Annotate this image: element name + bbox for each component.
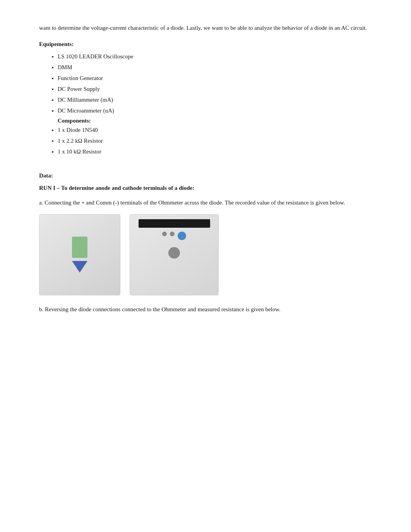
dmm-dot-blue: [178, 232, 186, 240]
diode-body-shape: [72, 237, 87, 258]
list-item: DC Microammeter (uA): [58, 106, 372, 116]
para-b: b. Reversing the diode connections conne…: [39, 305, 372, 314]
data-heading: Data:: [39, 172, 372, 179]
components-heading: Components:: [58, 118, 372, 124]
dmm-dot-1: [162, 232, 167, 236]
list-item: 1 x 2.2 kΩ Resistor: [58, 136, 372, 146]
dmm-display-bar: [139, 219, 210, 228]
list-item: DMM: [58, 62, 372, 73]
components-section: Components: 1 x Diode 1N540 1 x 2.2 kΩ R…: [39, 118, 372, 157]
list-item: DC Milliammeter (mA): [58, 95, 372, 105]
run1-heading: RUN I – To determine anode and cathode t…: [39, 184, 372, 193]
dmm-image: [130, 214, 219, 295]
dmm-controls-row: [162, 232, 186, 240]
para-a: a. Connecting the + and Comm (-) termina…: [39, 198, 372, 207]
list-item: LS 1020 LEADER Oscilloscope: [58, 51, 372, 62]
equipements-heading: Equipements:: [39, 41, 372, 48]
data-section: Data: RUN I – To determine anode and cat…: [39, 172, 372, 314]
list-item: Function Generator: [58, 73, 372, 84]
list-item: DC Power Supply: [58, 84, 372, 94]
equipements-list: LS 1020 LEADER Oscilloscope DMM Function…: [58, 51, 372, 116]
list-item: 1 x Diode 1N540: [58, 125, 372, 135]
diode-symbol-shape: [72, 261, 87, 273]
components-list: 1 x Diode 1N540 1 x 2.2 kΩ Resistor 1 x …: [58, 125, 372, 157]
dmm-dial: [168, 247, 180, 259]
page-content: want to determine the voltage-current ch…: [39, 0, 372, 352]
image-row-a: [39, 214, 372, 295]
equipements-section: Equipements: LS 1020 LEADER Oscilloscope…: [39, 41, 372, 116]
intro-paragraph: want to determine the voltage-current ch…: [39, 23, 372, 32]
diode-image: [39, 214, 120, 295]
list-item: 1 x 10 kΩ Resistor: [58, 147, 372, 157]
dmm-dot-2: [170, 232, 175, 236]
run1-section: RUN I – To determine anode and cathode t…: [39, 184, 372, 314]
